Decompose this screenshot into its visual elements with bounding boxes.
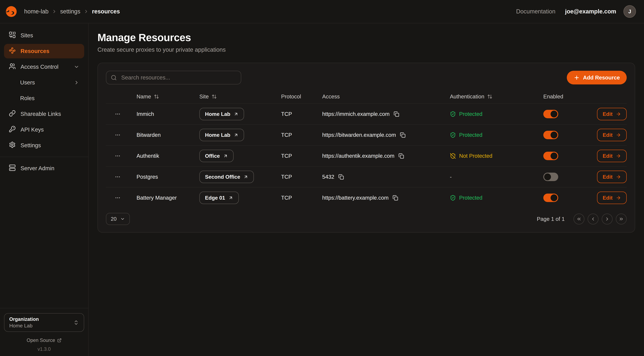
breadcrumb: home-lab settings resources [24,8,120,15]
enabled-toggle[interactable] [543,173,558,181]
main-content: Manage Resources Create secure proxies t… [88,23,644,356]
open-source-label: Open Source [26,338,55,343]
sidebar-item-shareable-links[interactable]: Shareable Links [4,107,84,121]
add-resource-button[interactable]: Add Resource [567,71,627,84]
row-menu-button[interactable] [106,111,129,117]
access-url: https://immich.example.com [322,111,390,117]
first-page-button[interactable] [574,214,584,224]
access-url: 5432 [322,174,334,180]
sidebar-item-label: Server Admin [20,165,54,172]
table-row: Postgres Second Office TCP 5432 - Edit [106,166,627,187]
copy-icon[interactable] [398,153,404,159]
access-url: https://bitwarden.example.com [322,132,396,138]
search-icon [111,75,117,81]
next-page-button[interactable] [602,214,612,224]
enabled-toggle[interactable] [543,152,558,160]
sidebar-item-users[interactable]: Users [4,75,84,90]
row-menu-button[interactable] [106,132,129,138]
search-input[interactable] [120,74,236,81]
sidebar-item-access-control[interactable]: Access Control [4,60,84,74]
avatar[interactable]: J [624,5,636,18]
access-url: https://battery.example.com [322,195,388,201]
protocol: TCP [278,153,320,159]
link-icon [9,110,16,118]
add-resource-label: Add Resource [583,74,620,81]
auth-badge: Protected [450,132,536,138]
plus-icon [574,75,580,81]
sidebar-item-settings[interactable]: Settings [4,138,84,153]
app-window: home-lab settings resources Documentatio… [0,0,644,356]
site-link-button[interactable]: Home Lab [199,129,244,141]
column-site: Site [199,94,209,100]
row-menu-button[interactable] [106,153,129,159]
enabled-toggle[interactable] [543,131,558,139]
edit-button[interactable]: Edit [597,150,627,162]
chevron-right-icon [74,80,79,86]
resource-name: Bitwarden [129,132,199,138]
edit-label: Edit [603,153,612,159]
site-link-button[interactable]: Home Lab [199,108,244,120]
pangolin-logo-icon[interactable] [4,4,18,19]
open-source-link[interactable]: Open Source [4,338,84,343]
organization-selector[interactable]: Organization Home Lab [4,313,84,332]
sort-icon[interactable] [154,94,159,99]
edit-button[interactable]: Edit [597,170,627,183]
auth-label: Protected [459,111,482,117]
breadcrumb-resources[interactable]: resources [92,8,120,15]
page-size-select[interactable]: 20 [106,213,130,225]
edit-button[interactable]: Edit [597,108,627,120]
auth-badge: Not Protected [450,153,536,159]
last-page-button[interactable] [616,214,627,224]
protocol: TCP [278,111,320,117]
row-menu-button[interactable] [106,174,129,180]
sort-icon[interactable] [487,94,492,99]
arrow-up-right-icon [223,154,228,158]
copy-icon[interactable] [400,132,406,138]
table-header: Name Site Protocol Access Authentication… [106,90,627,103]
resources-card: Add Resource Name Site Protocol Access A… [98,63,635,233]
breadcrumb-settings[interactable]: settings [60,8,80,15]
sidebar-item-label: Sites [20,32,33,39]
table-row: Battery Manager Edge 01 TCP https://batt… [106,187,627,208]
site-link-button[interactable]: Office [199,150,234,162]
sidebar-item-roles[interactable]: Roles [4,91,84,106]
enabled-toggle[interactable] [543,110,558,118]
access-url: https://authentik.example.com [322,153,394,159]
sidebar-item-label: Shareable Links [20,111,61,117]
column-access: Access [322,94,340,100]
user-email[interactable]: joe@example.com [565,8,616,15]
sidebar-item-resources[interactable]: Resources [4,44,84,58]
copy-icon[interactable] [394,111,399,117]
edit-label: Edit [603,195,612,201]
site-name: Home Lab [205,132,230,138]
site-link-button[interactable]: Second Office [199,170,254,183]
previous-page-button[interactable] [588,214,598,224]
shield-check-icon [450,111,456,117]
site-link-button[interactable]: Edge 01 [199,192,239,204]
copy-icon[interactable] [392,195,398,201]
documentation-link[interactable]: Documentation [516,8,556,15]
edit-button[interactable]: Edit [597,192,627,204]
arrow-up-right-icon [234,112,238,116]
breadcrumb-org[interactable]: home-lab [24,8,48,15]
resource-name: Postgres [129,174,199,180]
resource-name: Battery Manager [129,195,199,201]
sidebar-item-sites[interactable]: Sites [4,28,84,43]
auth-label: Protected [459,132,482,138]
arrow-right-icon [616,112,621,117]
enabled-toggle[interactable] [543,194,558,202]
auth-label: Protected [459,195,482,201]
topbar: home-lab settings resources Documentatio… [0,0,644,23]
sort-icon[interactable] [212,94,217,99]
chevron-right-icon [84,9,89,14]
auth-badge: Protected [450,195,536,201]
edit-button[interactable]: Edit [597,129,627,141]
resource-name: Authentik [129,153,199,159]
gear-icon [9,141,16,150]
row-menu-button[interactable] [106,195,129,201]
sidebar-item-api-keys[interactable]: API Keys [4,122,84,137]
shield-check-icon [450,195,456,201]
search-input-wrapper [106,71,241,84]
copy-icon[interactable] [338,174,344,180]
sidebar-item-server-admin[interactable]: Server Admin [4,161,84,176]
